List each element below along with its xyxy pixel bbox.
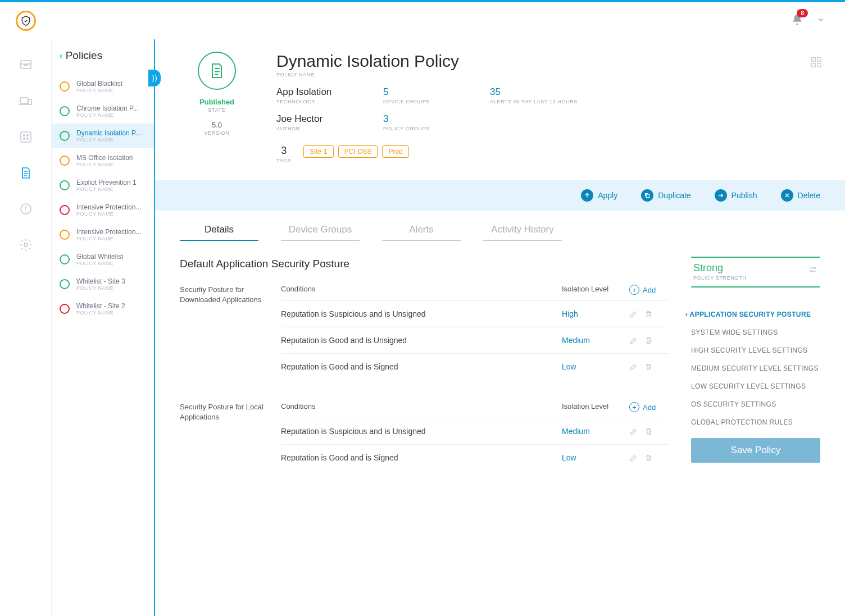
device-groups-value[interactable]: 5: [383, 86, 490, 98]
duplicate-button[interactable]: Duplicate: [641, 189, 690, 202]
policy-item-name: Expliot Prevention 1: [76, 179, 137, 186]
policy-list-item[interactable]: Whitelist - Site 3POLICY NAME: [52, 272, 154, 296]
technology-label: TECHNOLOGY: [276, 99, 383, 104]
edit-icon[interactable]: [629, 363, 638, 371]
policy-item-sub: POLICY NAME: [76, 186, 137, 192]
policy-list-item[interactable]: MS Office IsolationPOLICY NAME: [52, 148, 154, 173]
group2-label: Security Posture for Local Applications: [180, 402, 264, 471]
nav-rail: [0, 39, 52, 616]
svg-rect-3: [21, 132, 31, 142]
rail-devices-icon[interactable]: [18, 93, 34, 109]
rule-level[interactable]: Medium: [562, 336, 629, 345]
policy-item-sub: POLICY NAME: [76, 236, 141, 241]
policy-list-item[interactable]: Chrome Isolation P...POLICY NAME: [52, 99, 154, 124]
trash-icon[interactable]: [644, 363, 653, 371]
trash-icon[interactable]: [644, 336, 653, 345]
tag-chip[interactable]: PCI-DSS: [338, 145, 378, 158]
svg-rect-13: [817, 63, 821, 67]
policy-strength-sub: POLICY STRENGTH: [693, 275, 746, 281]
policy-list-item[interactable]: Dynamic Isolation P...POLICY NAME: [52, 124, 154, 148]
trash-icon[interactable]: [644, 427, 653, 436]
policy-groups-value[interactable]: 3: [383, 113, 490, 125]
settings-nav-item[interactable]: SYSTEM WIDE SETTINGS: [691, 323, 820, 341]
rail-apps-icon[interactable]: [18, 129, 34, 145]
group1-label: Security Posture for Downloaded Applicat…: [180, 285, 264, 380]
rail-settings-icon[interactable]: [18, 237, 34, 253]
settings-nav-item[interactable]: APPLICATION SECURITY POSTURE: [691, 305, 820, 323]
policy-item-name: Intensive Protection...: [76, 203, 141, 211]
add-label: Add: [643, 403, 656, 412]
plus-icon: +: [629, 285, 639, 295]
sliders-icon[interactable]: [808, 264, 818, 277]
tag-chip[interactable]: Prod: [382, 145, 408, 158]
policy-list-item[interactable]: Global WhitelistPOLICY NAME: [52, 247, 154, 272]
policy-item-name: Whitelist - Site 3: [76, 277, 125, 285]
author-value: Joe Hector: [276, 113, 383, 125]
trash-icon[interactable]: [644, 454, 653, 462]
policy-item-sub: POLICY NAME: [76, 162, 133, 167]
tab-alerts[interactable]: Alerts: [382, 224, 461, 241]
rule-level[interactable]: Low: [562, 453, 629, 462]
status-circle-icon: [60, 254, 70, 264]
policy-list-item[interactable]: Intensive Protection...POLICY NAME: [52, 198, 154, 222]
trash-icon[interactable]: [644, 310, 653, 318]
user-menu-toggle[interactable]: [817, 16, 825, 26]
sidebar-back-chevron[interactable]: ‹: [60, 51, 62, 60]
policy-list-item[interactable]: Whitelist - Site 2POLICY NAME: [52, 296, 154, 321]
policy-list-item[interactable]: Intensive Protection...POLICY NAME: [52, 222, 154, 247]
sidebar-collapse-toggle[interactable]: ⟩⟩: [148, 70, 161, 86]
rule-level[interactable]: Medium: [562, 427, 629, 436]
device-groups-label: DEVICE GROUPS: [383, 99, 490, 104]
policy-list-item[interactable]: Expliot Prevention 1POLICY NAME: [52, 173, 154, 198]
policy-item-sub: POLICY NAME: [76, 137, 141, 143]
add-rule-button[interactable]: +Add: [629, 285, 669, 295]
policy-list-item[interactable]: Global BlacklistPOLICY NAME: [52, 74, 154, 99]
rule-level[interactable]: High: [562, 309, 629, 318]
notifications-bell[interactable]: 8: [791, 13, 803, 28]
save-policy-button[interactable]: Save Policy: [691, 438, 820, 463]
app-logo[interactable]: [16, 11, 36, 31]
col-conditions: Conditions: [281, 285, 562, 295]
rail-policies-icon[interactable]: [18, 165, 34, 181]
edit-icon[interactable]: [629, 427, 638, 436]
svg-point-16: [811, 271, 812, 272]
delete-button[interactable]: Delete: [781, 189, 820, 202]
svg-point-4: [23, 135, 24, 136]
svg-point-5: [26, 135, 28, 136]
policy-item-name: Global Blacklist: [76, 80, 122, 88]
settings-nav-item[interactable]: LOW SECURITY LEVEL SETTINGS: [691, 377, 820, 395]
apply-button[interactable]: Apply: [581, 189, 617, 202]
status-circle-icon: [60, 205, 70, 215]
status-circle-icon: [60, 180, 70, 190]
rule-level[interactable]: Low: [562, 362, 629, 371]
settings-nav-item[interactable]: GLOBAL PROTECTION RULES: [691, 413, 820, 431]
settings-nav-item[interactable]: OS SECURITY SETTINGS: [691, 395, 820, 413]
publish-button[interactable]: Publish: [715, 189, 757, 202]
layout-grid-icon[interactable]: [810, 56, 823, 163]
edit-icon[interactable]: [629, 336, 638, 345]
edit-icon[interactable]: [629, 310, 638, 318]
tab-details[interactable]: Details: [180, 224, 258, 241]
rail-alerts-icon[interactable]: [18, 201, 34, 217]
tag-count-label: TAGS: [276, 158, 291, 163]
svg-rect-11: [817, 58, 821, 61]
tab-device-groups[interactable]: Device Groups: [281, 224, 360, 241]
settings-nav-item[interactable]: MEDIUM SECURITY LEVEL SETTINGS: [691, 359, 820, 377]
policy-state-icon: [198, 52, 236, 90]
policy-groups-label: POLICY GROUPS: [383, 126, 490, 131]
svg-point-9: [24, 243, 28, 247]
tab-activity-history[interactable]: Activity History: [483, 224, 562, 241]
settings-nav-item[interactable]: HIGH SECURITY LEVEL SETTINGS: [691, 341, 820, 359]
add-rule-button[interactable]: +Add: [629, 402, 669, 412]
policy-state-sub: STATE: [208, 107, 225, 113]
tag-chip[interactable]: Site-1: [303, 145, 333, 158]
policy-item-sub: POLICY NAME: [76, 310, 125, 316]
status-circle-icon: [60, 106, 70, 116]
rule-condition: Reputation is Suspicious and is Unsigned: [281, 427, 562, 436]
edit-icon[interactable]: [629, 454, 638, 462]
svg-rect-10: [812, 58, 815, 61]
svg-point-7: [26, 138, 28, 139]
rail-dashboard-icon[interactable]: [18, 57, 34, 73]
policy-item-sub: POLICY NAME: [76, 211, 141, 217]
alerts-value[interactable]: 35: [490, 86, 597, 98]
